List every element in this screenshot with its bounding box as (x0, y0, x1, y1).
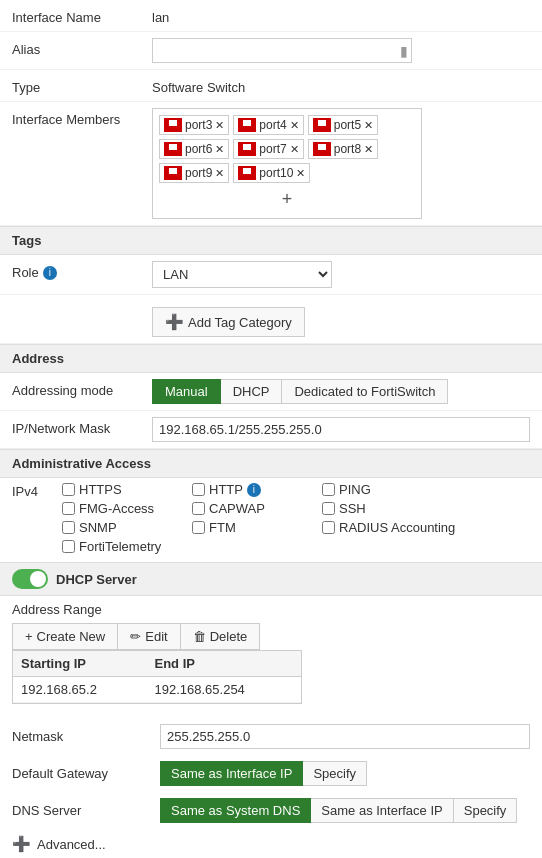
members-label: Interface Members (12, 108, 152, 127)
dns-server-label: DNS Server (12, 803, 152, 818)
dns-server-row: DNS Server Same as System DNS Same as In… (0, 792, 542, 829)
ip-mask-input[interactable] (152, 417, 530, 442)
edit-button[interactable]: ✏ Edit (118, 623, 180, 650)
dhcp-section-header: DHCP Server (0, 562, 542, 596)
addr-mode-label: Addressing mode (12, 379, 152, 398)
capwap-checkbox-item: CAPWAP (192, 501, 322, 516)
remove-member-btn[interactable]: ✕ (290, 143, 299, 156)
gateway-same-as-interface-btn[interactable]: Same as Interface IP (160, 761, 303, 786)
advanced-plus-icon: ➕ (12, 835, 31, 853)
http-checkbox[interactable] (192, 483, 205, 496)
netmask-input[interactable] (160, 724, 530, 749)
remove-member-btn[interactable]: ✕ (215, 119, 224, 132)
addr-mode-manual[interactable]: Manual (152, 379, 221, 404)
remove-member-btn[interactable]: ✕ (364, 143, 373, 156)
member-tag: port8✕ (308, 139, 378, 159)
ssh-label: SSH (339, 501, 366, 516)
add-member-btn[interactable]: + (159, 187, 415, 212)
ssh-checkbox-item: SSH (322, 501, 452, 516)
type-value: Software Switch (152, 76, 530, 95)
gateway-options: Same as Interface IP Specify (160, 761, 367, 786)
netmask-label: Netmask (12, 729, 152, 744)
delete-button[interactable]: 🗑 Delete (181, 623, 261, 650)
admin-access-header: Administrative Access (0, 449, 542, 478)
addr-mode-row: Addressing mode Manual DHCP Dedicated to… (0, 373, 542, 411)
role-select-wrap: LAN WAN DMZ Undefined (152, 261, 530, 288)
radius-label: RADIUS Accounting (339, 520, 455, 535)
type-label: Type (12, 76, 152, 95)
snmp-checkbox-item: SNMP (62, 520, 192, 535)
dhcp-toggle-label: DHCP Server (56, 572, 137, 587)
https-label: HTTPS (79, 482, 122, 497)
member-tag: port5✕ (308, 115, 378, 135)
addr-range-btn-bar: + Create New ✏ Edit 🗑 Delete (12, 623, 530, 650)
remove-member-btn[interactable]: ✕ (296, 167, 305, 180)
alias-icon: ▮ (400, 43, 408, 59)
radius-checkbox[interactable] (322, 521, 335, 534)
col-end-ip: End IP (146, 651, 301, 677)
fmg-checkbox[interactable] (62, 502, 75, 515)
create-new-button[interactable]: + Create New (12, 623, 118, 650)
start-ip-cell: 192.168.65.2 (13, 677, 146, 703)
port-icon (238, 118, 256, 132)
fmg-checkbox-item: FMG-Access (62, 501, 192, 516)
alias-input-wrap: ▮ (152, 38, 530, 63)
gateway-specify-btn[interactable]: Specify (303, 761, 367, 786)
ip-mask-row: IP/Network Mask (0, 411, 542, 449)
add-tag-button[interactable]: ➕ Add Tag Category (152, 307, 305, 337)
interface-name-row: Interface Name lan (0, 0, 542, 32)
advanced-row[interactable]: ➕ Advanced... (0, 829, 542, 858)
capwap-checkbox[interactable] (192, 502, 205, 515)
dns-options: Same as System DNS Same as Interface IP … (160, 798, 517, 823)
interface-name-label: Interface Name (12, 6, 152, 25)
radius-checkbox-item: RADIUS Accounting (322, 520, 482, 535)
addr-mode-dhcp[interactable]: DHCP (221, 379, 283, 404)
edit-icon: ✏ (130, 629, 141, 644)
role-info-icon[interactable]: i (43, 266, 57, 280)
ping-checkbox[interactable] (322, 483, 335, 496)
add-tag-plus-icon: ➕ (165, 313, 184, 331)
member-name: port4 (259, 118, 286, 132)
role-label: Role i (12, 261, 152, 280)
member-tag: port6✕ (159, 139, 229, 159)
ftm-checkbox[interactable] (192, 521, 205, 534)
ipv4-row: IPv4 HTTPS HTTP i PING FMG-Access CAPWAP… (0, 478, 542, 562)
dns-same-as-system-btn[interactable]: Same as System DNS (160, 798, 311, 823)
port-icon (164, 142, 182, 156)
dhcp-toggle[interactable] (12, 569, 48, 589)
fmg-label: FMG-Access (79, 501, 154, 516)
dns-same-as-interface-btn[interactable]: Same as Interface IP (311, 798, 453, 823)
port-icon (164, 166, 182, 180)
port-icon (238, 166, 256, 180)
http-info-icon[interactable]: i (247, 483, 261, 497)
https-checkbox[interactable] (62, 483, 75, 496)
default-gateway-row: Default Gateway Same as Interface IP Spe… (0, 755, 542, 792)
members-box: port3✕port4✕port5✕port6✕port7✕port8✕port… (152, 108, 422, 219)
member-name: port7 (259, 142, 286, 156)
default-gateway-label: Default Gateway (12, 766, 152, 781)
dns-specify-btn[interactable]: Specify (454, 798, 518, 823)
remove-member-btn[interactable]: ✕ (290, 119, 299, 132)
ssh-checkbox[interactable] (322, 502, 335, 515)
alias-label: Alias (12, 38, 152, 57)
addr-mode-dedicated[interactable]: Dedicated to FortiSwitch (282, 379, 448, 404)
type-row: Type Software Switch (0, 70, 542, 102)
addr-range-table-container: Starting IP End IP 192.168.65.2 192.168.… (12, 650, 302, 704)
delete-label: Delete (210, 629, 248, 644)
role-select[interactable]: LAN WAN DMZ Undefined (152, 261, 332, 288)
snmp-checkbox[interactable] (62, 521, 75, 534)
remove-member-btn[interactable]: ✕ (215, 167, 224, 180)
remove-member-btn[interactable]: ✕ (364, 119, 373, 132)
netmask-row: Netmask (0, 718, 542, 755)
ftm-checkbox-item: FTM (192, 520, 322, 535)
interface-name-value: lan (152, 6, 530, 25)
members-row: Interface Members port3✕port4✕port5✕port… (0, 102, 542, 226)
http-label: HTTP (209, 482, 243, 497)
ipv4-label: IPv4 (12, 482, 62, 499)
alias-input[interactable] (152, 38, 412, 63)
remove-member-btn[interactable]: ✕ (215, 143, 224, 156)
member-tag: port7✕ (233, 139, 303, 159)
addr-mode-group: Manual DHCP Dedicated to FortiSwitch (152, 379, 530, 404)
snmp-label: SNMP (79, 520, 117, 535)
forti-checkbox[interactable] (62, 540, 75, 553)
